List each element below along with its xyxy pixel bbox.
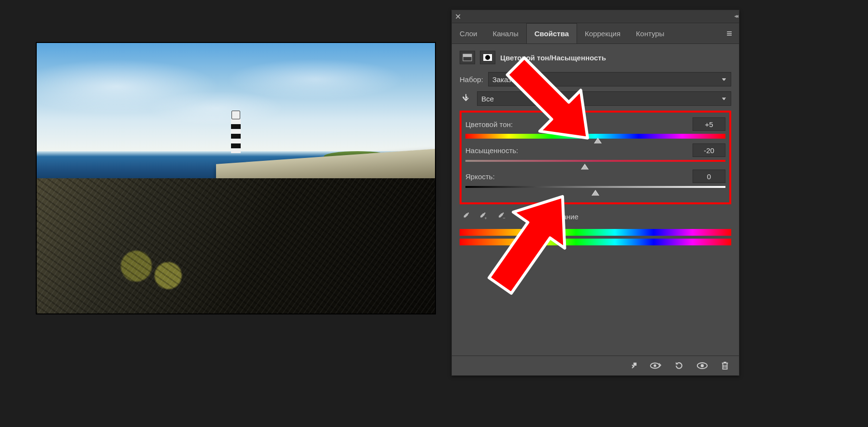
sliders-highlight-box: Цветовой тон: Насыщенность: Яркость: [460, 111, 731, 204]
close-icon[interactable]: ✕ [455, 12, 461, 21]
eyedropper-row: + − Тонирование [461, 211, 731, 222]
tab-properties[interactable]: Свойства [526, 23, 577, 43]
workspace: ✕ ◂◂ Слои Каналы Свойства Коррекция Конт… [0, 0, 868, 427]
targeted-adjust-icon[interactable] [460, 93, 472, 104]
panel-footer [452, 356, 739, 375]
lighthouse [231, 111, 241, 154]
range-row: Все [460, 91, 731, 106]
preset-label: Набор: [460, 75, 483, 84]
eyedropper-icon[interactable] [461, 211, 470, 222]
adjustment-thumb-icon[interactable] [460, 51, 475, 64]
preset-select[interactable]: Заказная [488, 72, 731, 86]
svg-point-3 [485, 55, 490, 60]
eyedropper-subtract-icon[interactable]: − [495, 211, 507, 222]
spectrum-bottom [460, 239, 731, 245]
svg-point-8 [653, 364, 656, 367]
hue-input[interactable] [693, 117, 725, 131]
expand-icon[interactable]: ◂◂ [734, 13, 737, 19]
layer-mask-icon[interactable] [480, 51, 495, 64]
saturation-slider[interactable] [465, 160, 725, 165]
tab-adjustments[interactable]: Коррекция [577, 23, 628, 43]
view-previous-icon[interactable] [650, 361, 662, 370]
panel-tabs: Слои Каналы Свойства Коррекция Контуры ≡ [452, 23, 739, 44]
hue-label: Цветовой тон: [465, 120, 513, 128]
eyedropper-add-icon[interactable]: + [477, 211, 489, 222]
panel-menu-icon[interactable]: ≡ [720, 23, 739, 43]
lightness-input[interactable] [693, 170, 725, 183]
adjustment-header: Цветовой тон/Насыщенность [460, 51, 731, 64]
document-canvas[interactable] [36, 43, 435, 314]
color-spectra [460, 229, 731, 245]
range-select[interactable]: Все [477, 91, 731, 106]
colorize-checkbox[interactable] [522, 213, 531, 221]
rocks-foreground [37, 178, 435, 313]
colorize-label: Тонирование [535, 213, 579, 221]
tab-paths[interactable]: Контуры [628, 23, 672, 43]
visibility-icon[interactable] [696, 361, 708, 370]
lightness-slider[interactable] [465, 186, 725, 191]
hue-slider[interactable] [465, 134, 725, 139]
clip-to-layer-icon[interactable] [627, 361, 637, 370]
adjustment-title: Цветовой тон/Насыщенность [500, 54, 606, 62]
spectrum-top [460, 229, 731, 236]
tab-layers[interactable]: Слои [452, 23, 485, 43]
reset-icon[interactable] [674, 361, 684, 370]
properties-panel: ✕ ◂◂ Слои Каналы Свойства Коррекция Конт… [451, 10, 739, 376]
lightness-label: Яркость: [465, 172, 495, 181]
tab-channels[interactable]: Каналы [485, 23, 526, 43]
saturation-input[interactable] [693, 143, 725, 157]
svg-point-10 [701, 364, 704, 367]
panel-body: Цветовой тон/Насыщенность Набор: Заказна… [452, 44, 739, 253]
svg-rect-1 [463, 54, 472, 57]
trash-icon[interactable] [721, 361, 729, 370]
svg-text:−: − [503, 216, 505, 221]
svg-rect-6 [634, 363, 637, 366]
svg-text:+: + [484, 216, 487, 221]
panel-titlebar: ✕ ◂◂ [452, 10, 739, 23]
saturation-label: Насыщенность: [465, 146, 518, 155]
preset-row: Набор: Заказная [460, 72, 731, 86]
